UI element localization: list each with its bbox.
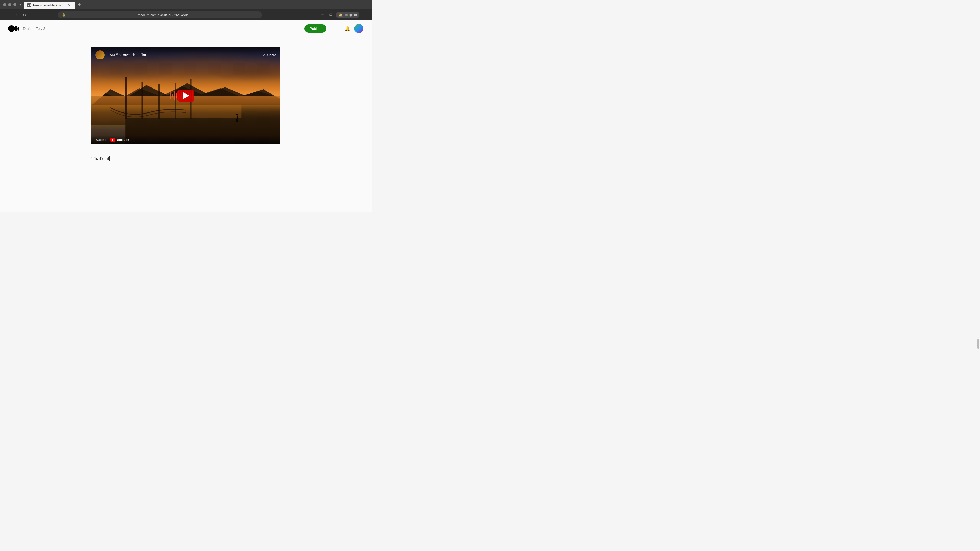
notifications-button[interactable]: 🔔	[345, 26, 350, 32]
svg-rect-10	[142, 82, 143, 119]
reload-button[interactable]: ↺	[21, 11, 28, 18]
window-close-button[interactable]	[3, 3, 6, 6]
draft-label: Draft in Fely Smith	[23, 27, 52, 30]
youtube-logo-word: YouTube	[116, 138, 129, 141]
window-controls	[2, 3, 18, 6]
header-right: Publish ··· 🔔	[304, 24, 363, 33]
channel-thumb-inner	[95, 50, 105, 59]
active-tab[interactable]: New story – Medium ✕	[24, 2, 75, 9]
share-label: Share	[267, 53, 276, 57]
tab-favicon	[27, 3, 31, 7]
video-title: I AM // a travel short film	[108, 53, 146, 57]
youtube-thumbnail: I AM // a travel short film ↗ Share Watc…	[91, 47, 280, 144]
back-button[interactable]: ←	[3, 11, 10, 18]
url-text: medium.com/p/450f6a6826c0/edit	[68, 13, 258, 17]
favicon-rect	[30, 4, 30, 6]
play-button[interactable]	[177, 89, 194, 102]
window-maximize-button[interactable]	[13, 3, 16, 6]
youtube-embed[interactable]: I AM // a travel short film ↗ Share Watc…	[91, 47, 280, 144]
youtube-logo[interactable]: YouTube	[110, 138, 129, 141]
editor-content: That's al	[91, 156, 110, 162]
content-area: I AM // a travel short film ↗ Share Watc…	[0, 37, 372, 212]
more-options-button[interactable]: ···	[331, 25, 340, 33]
svg-point-2	[18, 27, 19, 30]
svg-rect-11	[158, 84, 159, 119]
tab-close-button[interactable]: ✕	[67, 3, 72, 8]
svg-point-1	[14, 26, 18, 31]
svg-rect-9	[125, 77, 127, 120]
incognito-label: Incognito	[344, 13, 357, 17]
svg-rect-8	[237, 119, 238, 122]
svg-rect-12	[175, 83, 176, 119]
bookmark-button[interactable]: ☆	[319, 11, 326, 18]
forward-button[interactable]: →	[12, 11, 19, 18]
publish-button[interactable]: Publish	[304, 24, 326, 33]
youtube-bottom-bar: Watch on YouTube	[91, 135, 280, 144]
svg-point-0	[8, 25, 15, 32]
svg-rect-7	[236, 119, 237, 122]
watch-on-text: Watch on	[95, 138, 108, 141]
medium-favicon	[27, 4, 30, 6]
tab-bar: ▾ New story – Medium ✕ +	[0, 0, 372, 9]
share-button[interactable]: ↗ Share	[262, 52, 276, 57]
new-tab-button[interactable]: +	[76, 1, 83, 8]
browser-actions: ☆ ⧉ 🕵 Incognito ⋮	[319, 11, 369, 18]
incognito-icon: 🕵	[339, 13, 343, 17]
svg-point-5	[236, 114, 238, 115]
share-icon: ↗	[262, 52, 266, 57]
lock-icon: 🔒	[62, 13, 65, 17]
avatar[interactable]	[354, 24, 363, 33]
editor-text-area[interactable]: That's al	[91, 154, 280, 168]
text-cursor	[110, 156, 110, 162]
audio-bar	[170, 92, 172, 99]
youtube-logo-icon	[110, 138, 115, 141]
posts-svg	[118, 76, 212, 125]
url-bar[interactable]: 🔒 medium.com/p/450f6a6826c0/edit	[58, 11, 262, 18]
channel-thumbnail	[95, 50, 105, 59]
window-minimize-button[interactable]	[8, 3, 11, 6]
browser-chrome: ▾ New story – Medium ✕ + ← → ↺ 🔒 medium.…	[0, 0, 372, 21]
tab-list-arrow[interactable]: ▾	[18, 2, 23, 7]
audio-bar	[172, 94, 173, 98]
split-view-button[interactable]: ⧉	[328, 11, 334, 18]
audio-bar	[176, 93, 177, 98]
address-bar: ← → ↺ 🔒 medium.com/p/450f6a6826c0/edit ☆…	[0, 9, 372, 21]
favicon-dot	[27, 5, 29, 6]
svg-rect-6	[237, 115, 238, 119]
medium-logo[interactable]	[8, 25, 19, 32]
person-silhouette	[235, 114, 239, 123]
medium-header: Draft in Fely Smith Publish ··· 🔔	[0, 21, 372, 37]
browser-more-button[interactable]: ⋮	[361, 11, 369, 18]
youtube-top-bar: I AM // a travel short film ↗ Share	[91, 47, 280, 62]
medium-app: Draft in Fely Smith Publish ··· 🔔	[0, 21, 372, 212]
audio-bar	[174, 91, 175, 100]
medium-logo-svg	[8, 25, 19, 32]
editor-container: I AM // a travel short film ↗ Share Watc…	[91, 47, 280, 202]
header-left: Draft in Fely Smith	[8, 25, 52, 32]
incognito-button[interactable]: 🕵 Incognito	[336, 12, 360, 18]
tab-title: New story – Medium	[33, 3, 65, 7]
